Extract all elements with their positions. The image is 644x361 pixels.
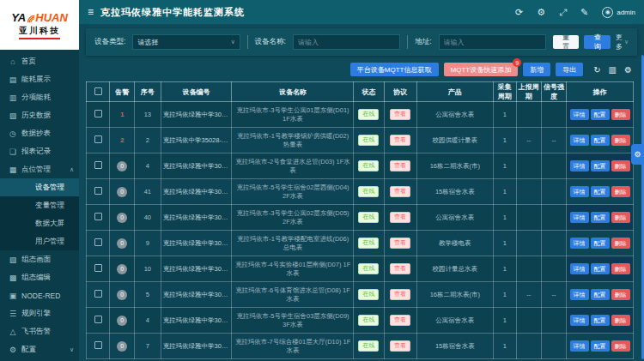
detail-button[interactable]: 详情 [570, 135, 589, 146]
config-button[interactable]: 配置 [591, 315, 610, 326]
cell-actions: 详情配置删除 [567, 205, 634, 231]
sidebar-item-history-data[interactable]: ▨历史数据 [0, 106, 79, 124]
select-all-checkbox[interactable] [94, 87, 102, 95]
mqtt-quick-add-button[interactable]: MQTT设备快速添加 9 [444, 63, 519, 76]
config-button[interactable]: 配置 [591, 186, 610, 197]
delete-button[interactable]: 删除 [611, 135, 630, 146]
detail-button[interactable]: 详情 [570, 315, 589, 326]
delete-button[interactable]: 删除 [611, 186, 630, 197]
gear-icon[interactable]: ⚙ [537, 8, 545, 17]
cell-no: 13 [135, 102, 161, 128]
delete-button[interactable]: 删除 [611, 109, 630, 120]
config-button[interactable]: 配置 [591, 340, 610, 352]
delete-button[interactable]: 删除 [611, 315, 630, 326]
detail-button[interactable]: 详情 [570, 212, 589, 223]
delete-button[interactable]: 删除 [611, 289, 630, 300]
protocol-tag[interactable]: 查看 [390, 340, 410, 351]
protocol-tag[interactable]: 查看 [390, 135, 410, 145]
address-input[interactable] [444, 39, 541, 46]
sidebar-item-home[interactable]: ⌂首页 [0, 52, 79, 70]
device-table-body: 113克拉玛依绿雅中学30143-1公寓D1水表克拉玛依市-3号学生公寓01层东… [87, 102, 634, 359]
settings-drawer-handle[interactable]: ⚙ [631, 144, 644, 165]
row-checkbox[interactable] [94, 316, 102, 323]
config-button[interactable]: 配置 [591, 263, 610, 274]
sidebar-item-rule-engine[interactable]: ☰规则引擎 [0, 304, 79, 322]
sidebar-item-sub-energy[interactable]: ▥分项能耗 [0, 88, 79, 106]
reset-button[interactable]: 重置 [553, 35, 579, 49]
config-button[interactable]: 配置 [591, 135, 610, 146]
row-checkbox[interactable] [94, 341, 102, 349]
sidebar-item-device-manage[interactable]: 设备管理 [0, 178, 79, 196]
sidebar-item-meter-reading[interactable]: ◷数据抄表 [0, 124, 79, 142]
sidebar-item-scada-edit[interactable]: ▩组态编辑 [0, 268, 79, 286]
device-name: 克拉玛依市-1号教学楼锅炉房供暖(D02) 热量表 [234, 132, 351, 148]
protocol-tag[interactable]: 查看 [390, 238, 410, 248]
cell-code: 克拉玛依绿雅中学30153-2教学楼电表 [161, 231, 232, 256]
cell-signal [541, 102, 566, 128]
row-checkbox[interactable] [94, 264, 102, 272]
search-button[interactable]: 查询 [584, 35, 610, 49]
sidebar-item-point-manage[interactable]: ▦点位管理∧ [0, 160, 79, 178]
row-checkbox[interactable] [94, 238, 102, 246]
delete-button[interactable]: 删除 [611, 263, 630, 274]
row-checkbox[interactable] [94, 161, 102, 169]
config-button[interactable]: 配置 [591, 160, 610, 171]
refresh-icon[interactable]: ⟳ [515, 8, 523, 17]
more-filters-toggle[interactable]: 更多 ∨ [616, 33, 629, 51]
add-button[interactable]: 新增 [523, 63, 550, 76]
detail-button[interactable]: 详情 [570, 340, 589, 352]
sidebar-item-energy-display[interactable]: ▤能耗展示 [0, 70, 79, 88]
detail-button[interactable]: 详情 [570, 263, 589, 274]
column-settings-icon[interactable]: ▥ [609, 65, 617, 75]
row-checkbox[interactable] [94, 135, 102, 143]
col-header-2: 序号 [135, 82, 161, 102]
delete-button[interactable]: 删除 [611, 340, 630, 352]
fullscreen-icon[interactable]: ⤢ [559, 8, 567, 17]
delete-button[interactable]: 删除 [611, 212, 630, 223]
sidebar-item-data-screen[interactable]: 数据大屏 [0, 214, 79, 232]
protocol-tag[interactable]: 查看 [390, 212, 410, 222]
config-button[interactable]: 配置 [591, 289, 610, 300]
sidebar-item-scada-view[interactable]: ▧组态画面 [0, 250, 79, 268]
detail-button[interactable]: 详情 [570, 186, 589, 197]
table-settings-icon[interactable]: ⚙ [624, 65, 632, 75]
protocol-tag[interactable]: 查看 [390, 263, 410, 274]
sidebar-item-alarm-notify[interactable]: △飞书告警 [0, 322, 79, 340]
detail-button[interactable]: 详情 [570, 289, 589, 300]
row-checkbox[interactable] [94, 213, 102, 220]
delete-button[interactable]: 删除 [611, 160, 630, 171]
device-type-select[interactable]: 请选择 ∨ [132, 34, 240, 50]
protocol-tag[interactable]: 查看 [390, 186, 410, 196]
detail-button[interactable]: 详情 [570, 160, 589, 171]
config-button[interactable]: 配置 [591, 238, 610, 249]
detail-button[interactable]: 详情 [570, 238, 589, 249]
logo-huan-text: HUAN [35, 11, 68, 24]
row-checkbox[interactable] [94, 110, 102, 117]
menu-collapse-icon[interactable]: ≡ [88, 6, 94, 18]
row-checkbox[interactable] [94, 187, 102, 195]
device-name-input[interactable] [298, 39, 395, 46]
row-checkbox[interactable] [94, 290, 102, 298]
cell-name: 克拉玛依市-1号教学楼锅炉房供暖(D02) 热量表 [232, 128, 354, 153]
mqtt-info-button[interactable]: 平台设备MQTT信息获取 [350, 63, 439, 76]
user-menu[interactable]: ◉ admin [602, 7, 635, 18]
delete-button[interactable]: 删除 [611, 238, 630, 249]
sidebar-item-node-red[interactable]: ▣NODE-RED [0, 286, 79, 304]
protocol-tag[interactable]: 查看 [390, 289, 410, 299]
config-button[interactable]: 配置 [591, 109, 610, 120]
config-button[interactable]: 配置 [591, 212, 610, 223]
table-refresh-icon[interactable]: ↻ [593, 65, 600, 75]
sidebar-item-variable-manage[interactable]: 变量管理 [0, 196, 79, 214]
sidebar-item-user-manage[interactable]: 用户管理 [0, 232, 79, 250]
protocol-tag[interactable]: 查看 [390, 109, 410, 119]
detail-button[interactable]: 详情 [570, 109, 589, 120]
sidebar-item-config[interactable]: ⚙配置∨ [0, 340, 79, 358]
col-header-6: 协议 [384, 82, 416, 102]
protocol-tag[interactable]: 查看 [390, 160, 410, 171]
protocol-tag[interactable]: 查看 [390, 315, 410, 325]
edit-icon[interactable]: ✎ [580, 8, 588, 17]
export-button[interactable]: 导出 [556, 63, 583, 76]
table-row: 09克拉玛依绿雅中学30153-2教学楼电表克拉玛依市-1号教学楼配电室进线(D… [87, 231, 634, 256]
sidebar-item-report-record[interactable]: ❏报表记录 [0, 142, 79, 160]
device-name: 克拉玛依市-6号体育馆进水总管(D08) 1F水表 [234, 286, 351, 303]
